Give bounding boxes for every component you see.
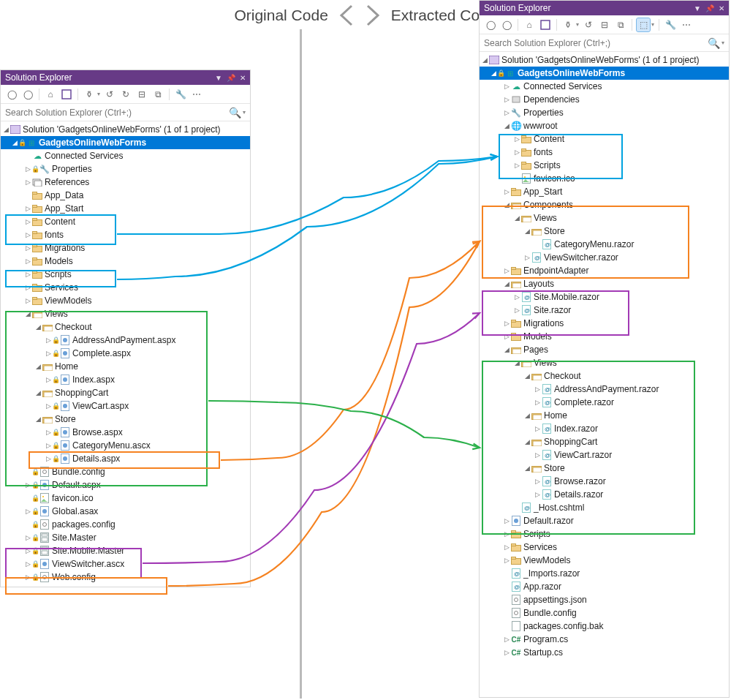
tree-twisty-icon[interactable]: ▷ <box>24 573 31 581</box>
tree-row[interactable]: ▷🔒AddressAndPayment.aspx <box>1 334 250 347</box>
pin-icon[interactable]: 📌 <box>227 74 235 82</box>
tree-twisty-icon[interactable]: ▷ <box>503 109 510 116</box>
tree-row[interactable]: ☁Connected Services <box>1 149 250 162</box>
tree-twisty-icon[interactable]: ◢ <box>34 389 42 396</box>
tree-twisty-icon[interactable]: ▷ <box>24 284 31 291</box>
tree-twisty-icon[interactable]: ▷ <box>24 257 31 265</box>
tree-row[interactable]: ▷🔒Site.Master <box>1 531 250 544</box>
tree-row[interactable]: ◢Checkout <box>1 320 250 334</box>
tree-twisty-icon[interactable]: ▷ <box>503 83 510 90</box>
tree-twisty-icon[interactable]: ▷ <box>24 271 31 278</box>
tree-twisty-icon[interactable]: ▷ <box>523 254 531 261</box>
project-row[interactable]: ◢🔒⊞GadgetsOnlineWebForms <box>1 136 250 149</box>
tree-twisty-icon[interactable]: ◢ <box>2 126 10 133</box>
tree-twisty-icon[interactable]: ▷ <box>503 188 510 195</box>
tree-twisty-icon[interactable]: ◢ <box>513 359 520 366</box>
tree-row[interactable]: ▷Services <box>480 541 729 554</box>
tree-twisty-icon[interactable]: ▷ <box>24 244 31 252</box>
show-all-icon[interactable]: ⧉ <box>151 88 164 101</box>
tree-row[interactable]: ▷Migrations <box>480 317 729 330</box>
tree-row[interactable]: appsettings.json <box>480 593 729 606</box>
tree-twisty-icon[interactable]: ▷ <box>45 336 52 344</box>
tree-row[interactable]: ▷@AddressAndPayment.razor <box>480 383 729 396</box>
filter-icon[interactable]: ⚱ <box>561 18 575 31</box>
tree-row[interactable]: ▷fonts <box>1 228 250 241</box>
tree-row[interactable]: ▷Dependencies <box>480 93 729 106</box>
solution-row[interactable]: ◢Solution 'GadgetsOnlineWebForms' (1 of … <box>1 123 250 136</box>
tree-twisty-icon[interactable]: ▷ <box>24 231 31 238</box>
show-all-icon[interactable]: ⧉ <box>614 18 627 31</box>
tree-row[interactable]: packages.config.bak <box>480 620 729 633</box>
tree-twisty-icon[interactable]: ▷ <box>513 293 520 301</box>
tree-row[interactable]: ▷🔒Index.aspx <box>1 373 250 386</box>
tree-twisty-icon[interactable]: ▷ <box>24 547 31 554</box>
tree-twisty-icon[interactable]: ▷ <box>45 350 52 357</box>
tree-twisty-icon[interactable]: ▷ <box>503 517 510 524</box>
tree-twisty-icon[interactable]: ▷ <box>24 560 31 568</box>
tree-row[interactable]: ▷C#Startup.cs <box>480 646 729 659</box>
tree[interactable]: ◢Solution 'GadgetsOnlineWebForms' (1 of … <box>1 121 250 587</box>
tree-twisty-icon[interactable]: ▷ <box>503 557 510 564</box>
tree-twisty-icon[interactable]: ▷ <box>503 543 510 551</box>
home-icon[interactable]: ⌂ <box>523 18 536 31</box>
titlebar[interactable]: Solution Explorer ▼ 📌 ✕ <box>1 70 250 85</box>
tree-twisty-icon[interactable]: ◢ <box>24 310 31 317</box>
tree-row[interactable]: ▷Models <box>480 330 729 343</box>
tree-row[interactable]: ▷🔒🔧Properties <box>1 162 250 176</box>
tree-row[interactable]: ▷🔒Site.Mobile.Master <box>1 544 250 557</box>
tree-row[interactable]: ◢Layouts <box>480 277 729 290</box>
tree-row[interactable]: ▷Services <box>1 281 250 294</box>
tree-twisty-icon[interactable]: ▷ <box>24 534 31 541</box>
tree-row[interactable]: ▷Scripts <box>480 159 729 172</box>
tree-twisty-icon[interactable]: ▷ <box>45 442 52 449</box>
tree-row[interactable]: ▷@Complete.razor <box>480 396 729 409</box>
tree-twisty-icon[interactable]: ◢ <box>11 139 18 146</box>
preview-icon[interactable]: ⋯ <box>190 88 203 101</box>
tree-row[interactable]: ◢Store <box>480 225 729 238</box>
tree-row[interactable]: ▷ViewModels <box>1 294 250 307</box>
tree-row[interactable]: ▷🔧Properties <box>480 106 729 119</box>
sync-icon[interactable]: ↺ <box>582 18 595 31</box>
tree-row[interactable]: ▷@Index.razor <box>480 422 729 435</box>
titlebar[interactable]: Solution Explorer ▼ 📌 ✕ <box>480 1 729 15</box>
tree-row[interactable]: 🔒Bundle.config <box>1 465 250 478</box>
tree-row[interactable]: ▷Scripts <box>1 268 250 281</box>
tree-twisty-icon[interactable]: ▷ <box>534 451 541 459</box>
tree-twisty-icon[interactable]: ▷ <box>513 148 520 156</box>
tree-row[interactable]: ▷@Site.razor <box>480 304 729 317</box>
tree-row[interactable]: ▷@Site.Mobile.razor <box>480 290 729 304</box>
tree-row[interactable]: ◢ShoppingCart <box>1 386 250 399</box>
close-icon[interactable]: ✕ <box>240 74 246 82</box>
tree-row[interactable]: Bundle.config <box>480 606 729 620</box>
tree-row[interactable]: ▷@ViewSwitcher.razor <box>480 251 729 264</box>
tree-row[interactable]: ▷App_Start <box>480 185 729 198</box>
tree-row[interactable]: ▷EndpointAdapter <box>480 264 729 277</box>
tree-row[interactable]: ▷🔒Details.aspx <box>1 452 250 465</box>
tree-twisty-icon[interactable]: ▷ <box>24 165 31 173</box>
tree-row[interactable]: ◢Views <box>1 307 250 320</box>
sync-icon[interactable]: ↺ <box>103 88 116 101</box>
tree-twisty-icon[interactable]: ▷ <box>503 267 510 274</box>
filter-icon[interactable]: ⚱ <box>83 88 96 101</box>
tree-row[interactable]: ▷Models <box>1 255 250 268</box>
home-icon[interactable]: ⌂ <box>44 88 57 101</box>
tree-row[interactable]: ◢Pages <box>480 343 729 356</box>
tree-twisty-icon[interactable]: ▷ <box>24 481 31 489</box>
properties-icon[interactable]: 🔧 <box>174 88 187 101</box>
tree-twisty-icon[interactable]: ▷ <box>513 306 520 314</box>
tree-twisty-icon[interactable]: ▷ <box>513 162 520 169</box>
tree-twisty-icon[interactable]: ▷ <box>24 178 31 186</box>
tree-row[interactable]: ◢Views <box>480 211 729 225</box>
tree-twisty-icon[interactable]: ◢ <box>513 214 520 222</box>
tree-twisty-icon[interactable]: ◢ <box>503 280 510 287</box>
tree-row[interactable]: ▷C#Program.cs <box>480 633 729 646</box>
search-bar[interactable]: 🔍▾ <box>1 104 250 121</box>
track-active-icon[interactable]: ⬚ <box>637 18 650 31</box>
tree-row[interactable]: ◢Components <box>480 198 729 211</box>
search-icon[interactable]: 🔍 <box>708 37 720 49</box>
tree-twisty-icon[interactable]: ▷ <box>503 636 510 643</box>
tree-twisty-icon[interactable]: ◢ <box>503 122 510 129</box>
tree-row[interactable]: ◢Home <box>1 360 250 373</box>
tree-twisty-icon[interactable]: ▷ <box>534 425 541 432</box>
pin-icon[interactable]: 📌 <box>705 4 714 12</box>
